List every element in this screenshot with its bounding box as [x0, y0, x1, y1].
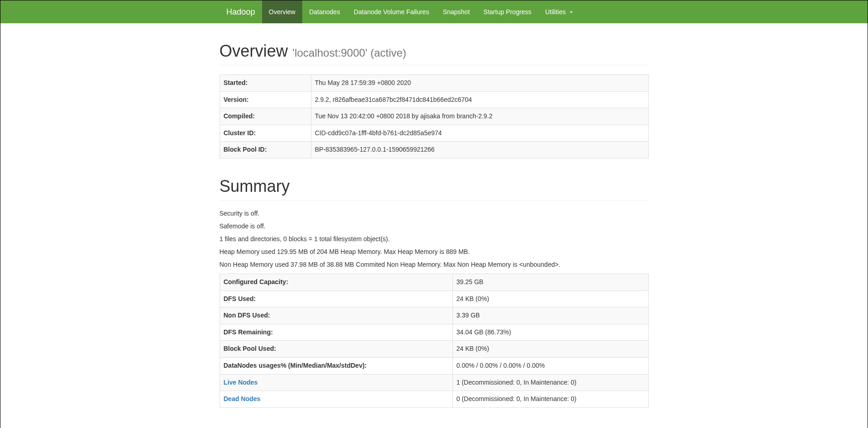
overview-version-label: Version:: [220, 91, 311, 108]
overview-cluster-id-value: CID-cdd9c07a-1fff-4bfd-b761-dc2d85a5e974: [311, 125, 648, 142]
nav-startup-progress[interactable]: Startup Progress: [477, 0, 538, 23]
table-row: DataNodes usages% (Min/Median/Max/stdDev…: [220, 357, 648, 374]
table-row: Cluster ID: CID-cdd9c07a-1fff-4bfd-b761-…: [220, 125, 648, 142]
table-row: Dead Nodes 0 (Decommissioned: 0, In Main…: [220, 391, 648, 408]
table-row: Non DFS Used: 3.39 GB: [220, 307, 648, 324]
non-dfs-used-label: Non DFS Used:: [220, 307, 452, 324]
configured-capacity-value: 39.25 GB: [452, 274, 648, 291]
overview-block-pool-id-label: Block Pool ID:: [220, 142, 311, 159]
nav-datanode-volume-failures[interactable]: Datanode Volume Failures: [347, 0, 436, 23]
overview-started-label: Started:: [220, 75, 311, 92]
overview-header: Overview 'localhost:9000' (active): [220, 42, 649, 65]
table-row: Started: Thu May 28 17:59:39 +0800 2020: [220, 75, 648, 92]
dfs-used-label: DFS Used:: [220, 291, 452, 307]
summary-header: Summary: [220, 177, 649, 201]
summary-safemode-line: Safemode is off.: [220, 222, 649, 230]
dead-nodes-link[interactable]: Dead Nodes: [224, 395, 261, 402]
brand-link[interactable]: Hadoop: [220, 0, 262, 23]
overview-block-pool-id-value: BP-835383965-127.0.0.1-1590659921266: [311, 142, 648, 159]
nav-datanodes[interactable]: Datanodes: [302, 0, 347, 23]
configured-capacity-label: Configured Capacity:: [220, 274, 452, 291]
table-row: Live Nodes 1 (Decommissioned: 0, In Main…: [220, 374, 648, 391]
chevron-down-icon: [569, 11, 573, 13]
table-row: DFS Used: 24 KB (0%): [220, 291, 648, 307]
table-row: DFS Remaining: 34.04 GB (86.73%): [220, 324, 648, 341]
table-row: Version: 2.9.2, r826afbeae31ca687bc2f847…: [220, 91, 648, 108]
dfs-remaining-label: DFS Remaining:: [220, 324, 452, 341]
table-row: Block Pool Used: 24 KB (0%): [220, 341, 648, 358]
datanodes-usages-value: 0.00% / 0.00% / 0.00% / 0.00%: [452, 357, 648, 374]
nav-utilities-label: Utilities: [545, 8, 566, 16]
live-nodes-link[interactable]: Live Nodes: [224, 379, 258, 386]
nav-list: Overview Datanodes Datanode Volume Failu…: [262, 0, 580, 23]
summary-title: Summary: [220, 177, 649, 196]
nav-utilities[interactable]: Utilities: [538, 0, 580, 23]
overview-version-value: 2.9.2, r826afbeae31ca687bc2f8471dc841b66…: [311, 91, 648, 108]
overview-host: 'localhost:9000' (active): [293, 47, 406, 59]
nav-snapshot[interactable]: Snapshot: [436, 0, 477, 23]
summary-files-line: 1 files and directories, 0 blocks = 1 to…: [220, 235, 649, 243]
table-row: Block Pool ID: BP-835383965-127.0.0.1-15…: [220, 142, 648, 159]
navbar: Hadoop Overview Datanodes Datanode Volum…: [0, 0, 868, 23]
summary-heap-line: Heap Memory used 129.95 MB of 204 MB Hea…: [220, 248, 649, 255]
page-title: Overview 'localhost:9000' (active): [220, 42, 649, 61]
table-row: Compiled: Tue Nov 13 20:42:00 +0800 2018…: [220, 108, 648, 125]
dfs-remaining-value: 34.04 GB (86.73%): [452, 324, 648, 341]
live-nodes-value: 1 (Decommissioned: 0, In Maintenance: 0): [452, 374, 648, 391]
overview-cluster-id-label: Cluster ID:: [220, 125, 311, 142]
overview-compiled-value: Tue Nov 13 20:42:00 +0800 2018 by ajisak…: [311, 108, 648, 125]
summary-nonheap-line: Non Heap Memory used 37.98 MB of 38.88 M…: [220, 261, 649, 268]
overview-compiled-label: Compiled:: [220, 108, 311, 125]
table-row: Configured Capacity: 39.25 GB: [220, 274, 648, 291]
nav-overview[interactable]: Overview: [262, 0, 302, 23]
block-pool-used-value: 24 KB (0%): [452, 341, 648, 358]
summary-table: Configured Capacity: 39.25 GB DFS Used: …: [220, 274, 649, 408]
dead-nodes-value: 0 (Decommissioned: 0, In Maintenance: 0): [452, 391, 648, 408]
overview-started-value: Thu May 28 17:59:39 +0800 2020: [311, 75, 648, 92]
overview-title-text: Overview: [220, 42, 288, 60]
block-pool-used-label: Block Pool Used:: [220, 341, 452, 358]
dfs-used-value: 24 KB (0%): [452, 291, 648, 307]
non-dfs-used-value: 3.39 GB: [452, 307, 648, 324]
datanodes-usages-label: DataNodes usages% (Min/Median/Max/stdDev…: [220, 357, 452, 374]
summary-security-line: Security is off.: [220, 210, 649, 217]
overview-table: Started: Thu May 28 17:59:39 +0800 2020 …: [220, 74, 649, 159]
